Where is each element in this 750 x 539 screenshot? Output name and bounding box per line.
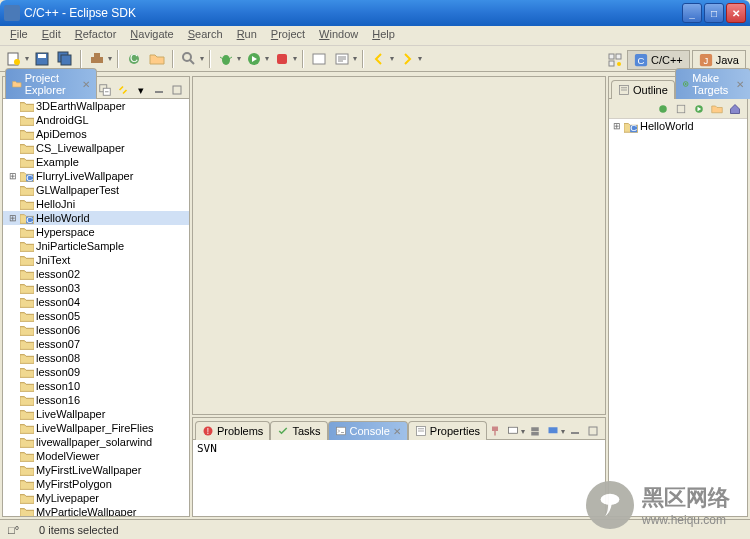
tree-item[interactable]: MyLivepaper: [3, 491, 189, 505]
search-button[interactable]: [179, 49, 199, 69]
tree-item[interactable]: ModelViewer: [3, 449, 189, 463]
editor-area[interactable]: [192, 76, 606, 415]
tab-problems[interactable]: !Problems: [195, 421, 270, 440]
display-console-button[interactable]: [505, 423, 521, 439]
tree-item[interactable]: lesson07: [3, 337, 189, 351]
tree-item[interactable]: LiveWallpaper_FireFlies: [3, 421, 189, 435]
forward-button[interactable]: [397, 49, 417, 69]
tree-item[interactable]: lesson05: [3, 309, 189, 323]
tree-item[interactable]: lesson10: [3, 379, 189, 393]
tree-item[interactable]: ApiDemos: [3, 127, 189, 141]
tree-item[interactable]: lesson04: [3, 295, 189, 309]
project-tree[interactable]: 3DEarthWallpaperAndroidGLApiDemosCS_Live…: [3, 99, 189, 516]
close-icon[interactable]: ✕: [736, 79, 744, 90]
close-icon[interactable]: ✕: [393, 426, 401, 437]
tree-item[interactable]: JniParticleSample: [3, 239, 189, 253]
debug-button[interactable]: [216, 49, 236, 69]
tree-item[interactable]: livewallpaper_solarwind: [3, 435, 189, 449]
save-all-button[interactable]: [55, 49, 75, 69]
open-console-button[interactable]: [545, 423, 561, 439]
tree-item[interactable]: GLWallpaperTest: [3, 183, 189, 197]
edit-target-button[interactable]: [673, 101, 689, 117]
tree-item[interactable]: MyParticleWallpaper: [3, 505, 189, 516]
folder-icon: [20, 394, 34, 406]
tree-item[interactable]: lesson06: [3, 323, 189, 337]
tab-make-targets[interactable]: Make Targets✕: [675, 68, 750, 99]
hide-empty-button[interactable]: [709, 101, 725, 117]
tree-item[interactable]: JniText: [3, 253, 189, 267]
tree-item[interactable]: lesson08: [3, 351, 189, 365]
tree-item[interactable]: 3DEarthWallpaper: [3, 99, 189, 113]
tab-console[interactable]: Console✕: [328, 421, 408, 440]
make-targets-tree[interactable]: ⊞CHelloWorld: [609, 119, 747, 516]
console-output[interactable]: SVN: [193, 440, 605, 516]
menu-file[interactable]: File: [4, 26, 34, 45]
tree-item[interactable]: ⊞CFlurryLiveWallpaper: [3, 169, 189, 183]
minimize-view-button[interactable]: [151, 82, 167, 98]
external-tools-button[interactable]: [272, 49, 292, 69]
menu-refactor[interactable]: Refactor: [69, 26, 123, 45]
maximize-view-button[interactable]: [585, 423, 601, 439]
run-button[interactable]: [244, 49, 264, 69]
save-button[interactable]: [32, 49, 52, 69]
task-button[interactable]: [332, 49, 352, 69]
close-button[interactable]: ✕: [726, 3, 746, 23]
tree-item[interactable]: MyFirstPolygon: [3, 477, 189, 491]
tree-item[interactable]: Example: [3, 155, 189, 169]
new-folder-button[interactable]: [147, 49, 167, 69]
tab-tasks[interactable]: Tasks: [270, 421, 327, 440]
add-target-button[interactable]: [655, 101, 671, 117]
close-icon[interactable]: ✕: [82, 79, 90, 90]
tree-item[interactable]: MyFirstLiveWallpaper: [3, 463, 189, 477]
tree-item[interactable]: lesson02: [3, 267, 189, 281]
tree-item[interactable]: lesson03: [3, 281, 189, 295]
menu-help[interactable]: Help: [366, 26, 401, 45]
build-button[interactable]: [87, 49, 107, 69]
menu-edit[interactable]: Edit: [36, 26, 67, 45]
open-perspective-button[interactable]: [605, 50, 625, 70]
new-button[interactable]: [4, 49, 24, 69]
tree-item[interactable]: ⊞CHelloWorld: [3, 211, 189, 225]
tree-item[interactable]: lesson16: [3, 393, 189, 407]
tree-item[interactable]: lesson09: [3, 365, 189, 379]
clear-console-button[interactable]: [527, 423, 543, 439]
pin-console-button[interactable]: [487, 423, 503, 439]
run-dropdown[interactable]: ▾: [265, 54, 269, 63]
debug-dropdown[interactable]: ▾: [237, 54, 241, 63]
tree-item[interactable]: AndroidGL: [3, 113, 189, 127]
open-type-button[interactable]: [309, 49, 329, 69]
expand-icon[interactable]: ⊞: [7, 171, 18, 181]
menu-run[interactable]: Run: [231, 26, 263, 45]
build-dropdown[interactable]: ▾: [108, 54, 112, 63]
link-editor-button[interactable]: [115, 82, 131, 98]
maximize-view-button[interactable]: [169, 82, 185, 98]
tab-outline[interactable]: Outline: [611, 80, 675, 99]
tab-label: Properties: [430, 425, 480, 437]
project-explorer-tab[interactable]: Project Explorer ✕: [5, 68, 97, 99]
menu-search[interactable]: Search: [182, 26, 229, 45]
collapse-all-button[interactable]: [97, 82, 113, 98]
tree-item[interactable]: LiveWallpaper: [3, 407, 189, 421]
tree-item[interactable]: HelloJni: [3, 197, 189, 211]
minimize-button[interactable]: _: [682, 3, 702, 23]
menu-navigate[interactable]: Navigate: [124, 26, 179, 45]
maximize-button[interactable]: □: [704, 3, 724, 23]
expand-icon[interactable]: ⊞: [7, 213, 18, 223]
new-dropdown[interactable]: ▾: [25, 54, 29, 63]
tree-item[interactable]: CS_Livewallpaper: [3, 141, 189, 155]
back-button[interactable]: [369, 49, 389, 69]
minimize-view-button[interactable]: [567, 423, 583, 439]
expand-icon[interactable]: ⊞: [611, 121, 622, 131]
tab-properties[interactable]: Properties: [408, 421, 487, 440]
tree-item[interactable]: ⊞CHelloWorld: [609, 119, 747, 133]
tree-item[interactable]: Hyperspace: [3, 225, 189, 239]
menu-window[interactable]: Window: [313, 26, 364, 45]
menu-project[interactable]: Project: [265, 26, 311, 45]
build-target-button[interactable]: [691, 101, 707, 117]
perspective-java[interactable]: J Java: [692, 50, 746, 70]
home-button[interactable]: [727, 101, 743, 117]
new-class-button[interactable]: C: [124, 49, 144, 69]
perspective-cpp[interactable]: C C/C++: [627, 50, 690, 70]
view-menu-button[interactable]: ▾: [133, 82, 149, 98]
folder-icon: [20, 310, 34, 322]
